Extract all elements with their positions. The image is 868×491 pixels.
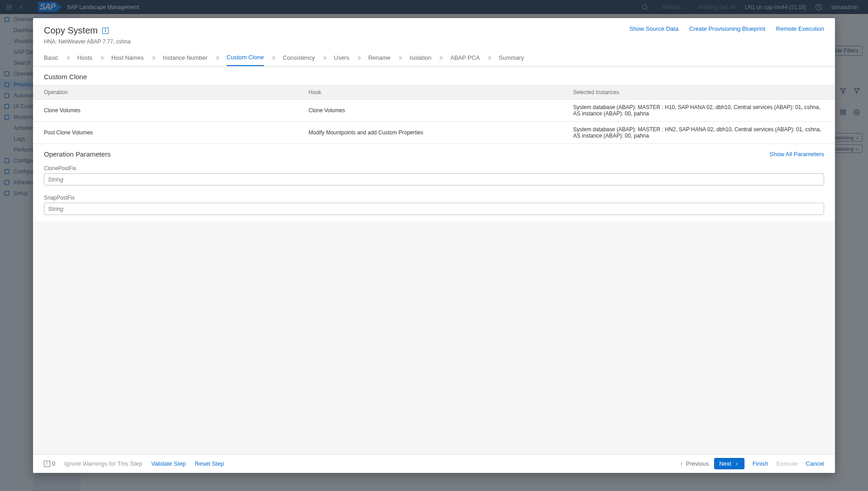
cell-hook: Modify Mountpoints and add Custom Proper… <box>298 122 563 144</box>
wizard-step-custom-clone[interactable]: Custom Clone <box>227 49 264 66</box>
cancel-button[interactable]: Cancel <box>806 460 824 467</box>
wizard-step-hosts[interactable]: Hosts <box>77 50 92 66</box>
cell-instances: System database (ABAP): MASTER : HN2, SA… <box>563 122 835 144</box>
custom-clone-section-title: Custom Clone <box>33 67 835 85</box>
previous-label: Previous <box>686 460 709 467</box>
wizard-step-isolation[interactable]: Isolation <box>410 50 431 66</box>
cell-operation: Clone Volumes <box>33 100 298 122</box>
reset-step-button[interactable]: Reset Step <box>195 460 224 467</box>
wizard-step-consistency[interactable]: Consistency <box>283 50 315 66</box>
modal-header: Copy System i HNA: NetWeaver ABAP 7.77, … <box>33 18 835 49</box>
wizard-step-instance-number[interactable]: Instance Number <box>163 50 208 66</box>
chevron-right-icon <box>150 55 157 61</box>
clonepostfix-input[interactable] <box>44 173 824 186</box>
wizard-step-rename[interactable]: Rename <box>368 50 391 66</box>
wizard-step-abap-pca[interactable]: ABAP PCA <box>450 50 480 66</box>
table-row[interactable]: Clone VolumesClone VolumesSystem databas… <box>33 100 835 122</box>
chevron-right-icon <box>99 55 105 61</box>
next-button[interactable]: Next <box>714 458 744 469</box>
remote-execution-link[interactable]: Remote Execution <box>776 25 824 32</box>
warnings-count: 0 <box>52 460 55 467</box>
param-label: ClonePostFix <box>44 165 824 172</box>
cell-operation: Post Clone Volumes <box>33 122 298 144</box>
modal-header-actions: Show Source Data Create Provisioning Blu… <box>620 25 824 32</box>
wizard-step-basic[interactable]: Basic <box>44 50 58 66</box>
chevron-right-icon <box>734 461 739 467</box>
modal-body: Custom Clone Operation Hook Selected Ins… <box>33 67 835 454</box>
param-group-clonepostfix: ClonePostFix <box>33 165 835 192</box>
wizard-step-users[interactable]: Users <box>334 50 349 66</box>
chevron-right-icon <box>397 55 403 61</box>
validate-step-button[interactable]: Validate Step <box>151 460 186 467</box>
previous-button[interactable]: Previous <box>679 460 709 467</box>
table-row[interactable]: Post Clone VolumesModify Mountpoints and… <box>33 122 835 144</box>
info-icon[interactable]: i <box>102 28 109 34</box>
create-blueprint-link[interactable]: Create Provisioning Blueprint <box>689 25 765 32</box>
col-operation: Operation <box>33 86 298 100</box>
copy-system-dialog: Copy System i HNA: NetWeaver ABAP 7.77, … <box>33 18 835 473</box>
chevron-right-icon <box>214 55 220 61</box>
cell-hook: Clone Volumes <box>298 100 563 122</box>
chevron-right-icon <box>356 55 362 61</box>
custom-clone-table: Operation Hook Selected Instances Clone … <box>33 85 835 144</box>
ignore-warnings-link[interactable]: Ignore Warnings for This Step <box>64 460 142 467</box>
cell-instances: System database (ABAP): MASTER : H10, SA… <box>563 100 835 122</box>
snappostfix-input[interactable] <box>44 203 824 215</box>
chevron-right-icon <box>321 55 328 61</box>
param-group-snappostfix: SnapPostFix <box>33 195 835 221</box>
wizard-steps: BasicHostsHost NamesInstance NumberCusto… <box>33 49 835 67</box>
show-all-parameters-link[interactable]: Show All Parameters <box>769 151 824 157</box>
warnings-badge[interactable]: ! 0 <box>44 460 55 467</box>
modal-title-text: Copy System <box>44 25 98 36</box>
operation-parameters-title-row: Operation Parameters Show All Parameters <box>33 144 835 162</box>
modal-title: Copy System i <box>44 25 620 36</box>
finish-button[interactable]: Finish <box>753 460 768 467</box>
chevron-left-icon <box>679 461 684 467</box>
modal-subtitle: HNA: NetWeaver ABAP 7.77, cshna <box>44 38 620 45</box>
next-label: Next <box>719 460 731 467</box>
chevron-right-icon <box>486 55 492 61</box>
operation-parameters-title: Operation Parameters <box>44 150 111 158</box>
param-label: SnapPostFix <box>44 195 824 201</box>
chevron-right-icon <box>270 55 277 61</box>
warning-icon: ! <box>44 461 50 467</box>
wizard-step-host-names[interactable]: Host Names <box>111 50 144 66</box>
modal-footer: ! 0 Ignore Warnings for This Step Valida… <box>33 454 835 473</box>
chevron-right-icon <box>438 55 444 61</box>
col-hook: Hook <box>298 86 563 100</box>
execute-button[interactable]: Execute <box>777 460 798 467</box>
chevron-right-icon <box>65 55 71 61</box>
show-source-data-link[interactable]: Show Source Data <box>630 25 678 32</box>
col-selected-instances: Selected Instances <box>563 86 835 100</box>
wizard-step-summary[interactable]: Summary <box>499 50 524 66</box>
